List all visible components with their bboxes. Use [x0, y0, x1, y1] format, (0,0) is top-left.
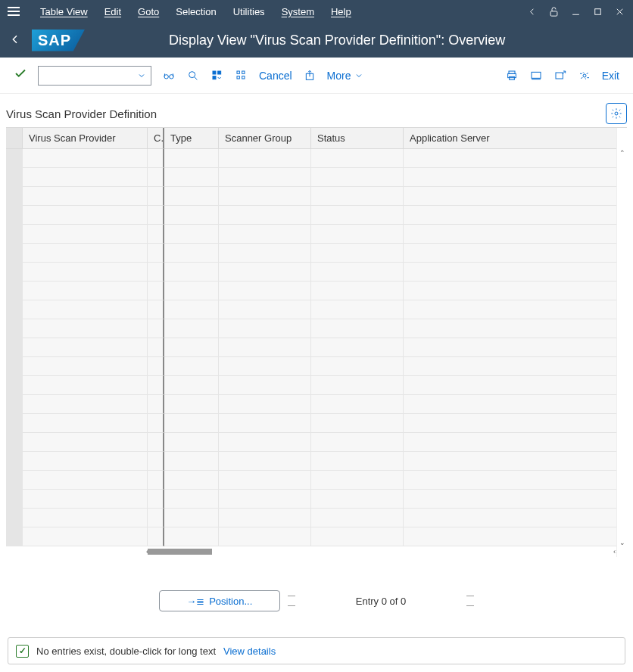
back-button[interactable]: [9, 33, 21, 48]
table-row[interactable]: [6, 263, 616, 282]
print-icon[interactable]: [505, 69, 519, 82]
svg-rect-13: [242, 71, 245, 73]
menu-edit[interactable]: Edit: [97, 2, 129, 21]
table-row[interactable]: [6, 282, 616, 300]
svg-rect-0: [550, 11, 557, 15]
position-icon: →≣: [186, 596, 204, 607]
page-title: Display View "Virus Scan Provider Defini…: [95, 33, 624, 48]
menu-selection[interactable]: Selection: [168, 2, 223, 21]
table-row[interactable]: [6, 433, 616, 452]
position-button[interactable]: →≣ Position...: [159, 590, 280, 611]
title-bar: SAP Display View "Virus Scan Provider De…: [0, 23, 633, 58]
table-row[interactable]: [6, 395, 616, 414]
svg-rect-9: [213, 71, 216, 74]
toolbar-select[interactable]: [38, 66, 151, 86]
svg-rect-22: [556, 73, 563, 79]
view-details-link[interactable]: View details: [223, 646, 276, 657]
restore-icon[interactable]: [592, 6, 603, 17]
new-window-icon[interactable]: [553, 69, 567, 82]
table-row[interactable]: [6, 527, 616, 546]
column-provider[interactable]: Virus Scan Provider: [23, 128, 148, 149]
horizontal-scrollbar[interactable]: ‹› ‹›: [6, 546, 616, 557]
svg-rect-19: [509, 76, 514, 79]
settings-icon[interactable]: [578, 69, 591, 82]
section-title: Virus Scan Provider Definition: [6, 107, 157, 120]
table-row[interactable]: [6, 509, 616, 527]
table-row[interactable]: [6, 319, 616, 338]
column-c[interactable]: C..: [148, 128, 164, 149]
table-row[interactable]: [6, 414, 616, 433]
table-row[interactable]: [6, 206, 616, 225]
glasses-icon[interactable]: [162, 69, 176, 82]
table-row[interactable]: [6, 300, 616, 319]
grid-collapse-icon[interactable]: [210, 69, 224, 82]
menu-utilities[interactable]: Utilities: [226, 2, 273, 21]
grid-expand-icon[interactable]: [235, 69, 248, 82]
svg-point-25: [615, 112, 618, 115]
svg-rect-12: [237, 71, 239, 73]
table-header: Virus Scan Provider C.. Type Scanner Gro…: [6, 128, 616, 149]
menu-table-view[interactable]: Table View: [33, 2, 95, 21]
vertical-scrollbar[interactable]: ⌃ ⌄: [616, 128, 627, 557]
table-row[interactable]: [6, 357, 616, 376]
table-row[interactable]: [6, 225, 616, 244]
menu-system[interactable]: System: [274, 2, 322, 21]
chevron-left-icon[interactable]: [526, 6, 538, 17]
svg-rect-15: [242, 76, 245, 78]
table-row[interactable]: [6, 187, 616, 206]
svg-line-8: [195, 77, 197, 79]
svg-point-24: [583, 74, 586, 77]
data-table: Virus Scan Provider C.. Type Scanner Gro…: [6, 127, 627, 557]
svg-point-7: [189, 71, 195, 77]
table-row[interactable]: [6, 338, 616, 357]
column-status[interactable]: Status: [311, 128, 404, 149]
close-icon[interactable]: [614, 6, 625, 17]
table-row[interactable]: [6, 149, 616, 168]
status-bar: ✓ No entries exist, double-click for lon…: [8, 637, 625, 664]
app-toolbar: Cancel More Exit: [0, 58, 633, 94]
export-icon[interactable]: [303, 69, 316, 82]
table-row[interactable]: [6, 490, 616, 509]
table-settings-button[interactable]: [606, 103, 627, 124]
svg-rect-14: [237, 76, 239, 78]
cancel-button[interactable]: Cancel: [259, 70, 292, 82]
unlock-icon[interactable]: [548, 6, 560, 17]
bracket-left: [288, 596, 295, 606]
table-row[interactable]: [6, 471, 616, 490]
save-button[interactable]: [14, 67, 27, 84]
search-icon[interactable]: [186, 69, 200, 82]
exit-button[interactable]: Exit: [602, 70, 619, 82]
status-success-icon: ✓: [16, 645, 29, 658]
table-row[interactable]: [6, 376, 616, 395]
status-message[interactable]: No entries exist, double-click for long …: [36, 646, 216, 657]
hamburger-icon[interactable]: [8, 7, 20, 16]
sap-logo: SAP: [32, 30, 85, 51]
menu-goto[interactable]: Goto: [130, 2, 167, 21]
table-row[interactable]: [6, 452, 616, 471]
entry-counter: Entry 0 of 0: [303, 596, 459, 607]
svg-rect-20: [532, 72, 541, 78]
more-button[interactable]: More: [327, 70, 363, 82]
column-type[interactable]: Type: [164, 128, 219, 149]
select-all-header[interactable]: [6, 128, 23, 149]
minimize-icon[interactable]: [570, 6, 582, 17]
table-row[interactable]: [6, 244, 616, 263]
bracket-right: [466, 596, 474, 606]
device-icon[interactable]: [529, 69, 543, 82]
column-app-server[interactable]: Application Server: [404, 128, 616, 149]
menu-bar: Table View Edit Goto Selection Utilities…: [0, 0, 633, 23]
svg-rect-2: [595, 8, 601, 14]
column-scanner-group[interactable]: Scanner Group: [219, 128, 311, 149]
menu-help[interactable]: Help: [323, 2, 359, 21]
svg-rect-10: [218, 71, 221, 74]
table-row[interactable]: [6, 168, 616, 187]
svg-rect-11: [213, 76, 216, 79]
